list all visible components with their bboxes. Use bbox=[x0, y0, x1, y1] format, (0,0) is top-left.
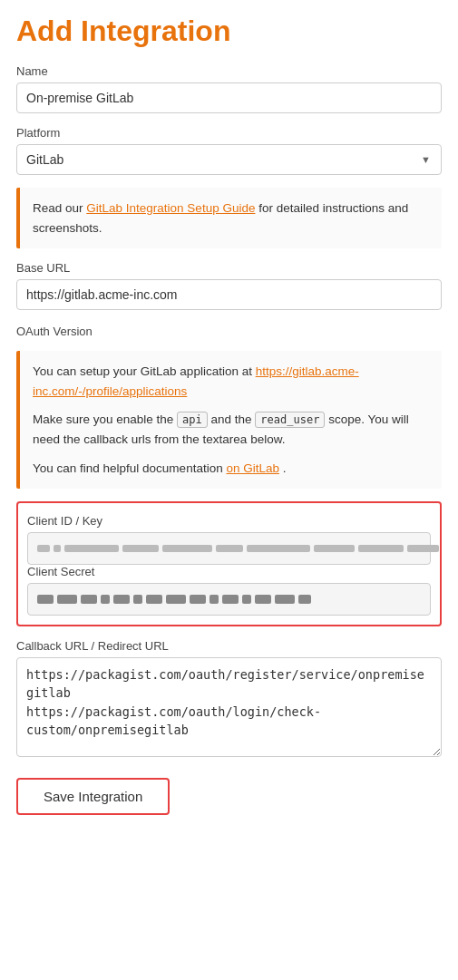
client-secret-label: Client Secret bbox=[27, 565, 431, 578]
callback-url-field-group: Callback URL / Redirect URL https://pack… bbox=[16, 639, 442, 760]
platform-label: Platform bbox=[16, 126, 442, 140]
client-id-blurred-bars bbox=[37, 545, 421, 552]
client-secret-blurred-bars bbox=[37, 595, 421, 604]
callback-url-label: Callback URL / Redirect URL bbox=[16, 639, 442, 653]
oauth-scope-text: Make sure you enable the api and the rea… bbox=[33, 410, 429, 449]
save-integration-button[interactable]: Save Integration bbox=[16, 778, 170, 815]
base-url-field-group: Base URL bbox=[16, 261, 442, 310]
oauth-docs-text: You can find helpful documentation on Gi… bbox=[33, 459, 429, 479]
read-user-scope-code: read_user bbox=[255, 412, 325, 428]
platform-field-group: Platform GitLab GitHub Bitbucket bbox=[16, 126, 442, 175]
client-id-label: Client ID / Key bbox=[27, 514, 431, 528]
oauth-info-box: You can setup your GitLab application at… bbox=[16, 351, 442, 489]
client-id-input[interactable] bbox=[27, 532, 431, 565]
platform-select[interactable]: GitLab GitHub Bitbucket bbox=[16, 144, 442, 175]
oauth-app-setup-text: You can setup your GitLab application at… bbox=[33, 362, 429, 401]
name-label: Name bbox=[16, 64, 442, 78]
name-field-group: Name bbox=[16, 64, 442, 113]
oauth-version-label: OAuth Version bbox=[16, 325, 442, 338]
gitlab-setup-info-box: Read our GitLab Integration Setup Guide … bbox=[16, 188, 442, 248]
base-url-label: Base URL bbox=[16, 261, 442, 275]
client-secret-input[interactable] bbox=[27, 583, 431, 616]
setup-guide-link[interactable]: GitLab Integration Setup Guide bbox=[86, 201, 255, 215]
name-input[interactable] bbox=[16, 82, 442, 113]
callback-url-textarea[interactable]: https://packagist.com/oauth/register/ser… bbox=[16, 657, 442, 757]
credentials-section: Client ID / Key Client Secret bbox=[16, 501, 442, 626]
on-gitlab-link[interactable]: on GitLab bbox=[226, 461, 279, 475]
setup-guide-text: Read our GitLab Integration Setup Guide … bbox=[33, 199, 429, 238]
api-scope-code: api bbox=[177, 412, 208, 428]
page-title: Add Integration bbox=[16, 15, 442, 48]
platform-select-wrapper: GitLab GitHub Bitbucket bbox=[16, 144, 442, 175]
base-url-input[interactable] bbox=[16, 279, 442, 310]
